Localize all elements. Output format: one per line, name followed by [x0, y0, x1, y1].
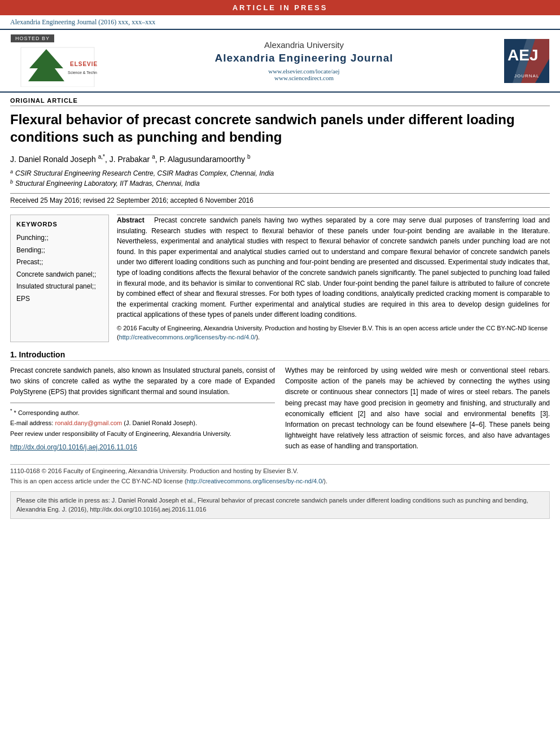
- received-line: Received 25 May 2016; revised 22 Septemb…: [10, 193, 550, 208]
- intro-col-right: Wythes may be reinforced by using welded…: [285, 365, 550, 457]
- footer-line2: This is an open access article under the…: [10, 477, 550, 487]
- cc-license-link[interactable]: http://creativecommons.org/licenses/by-n…: [119, 334, 256, 340]
- hosted-by-label: HOSTED BY: [11, 34, 54, 42]
- keyword-punching: Punching;: [16, 232, 103, 244]
- keyword-eps: EPS: [16, 293, 103, 305]
- introduction-section: 1. Introduction Precast concrete sandwic…: [10, 350, 550, 457]
- journal-header: HOSTED BY ELSEVIER Science & Technology …: [0, 29, 560, 93]
- article-section-label: ORIGINAL ARTICLE: [10, 93, 550, 106]
- university-name: Alexandria University: [112, 40, 496, 50]
- affiliations: a CSIR Structural Engineering Research C…: [10, 168, 550, 189]
- svg-text:Science & Technology: Science & Technology: [68, 71, 97, 75]
- keywords-abstract-section: KEYWORDS Punching; Bending; Precast; Con…: [10, 215, 550, 342]
- abstract-text: Abstract Precast concrete sandwich panel…: [117, 215, 550, 320]
- header-center: Alexandria University Alexandria Enginee…: [112, 40, 496, 81]
- footnote-peer: Peer review under responsibility of Facu…: [10, 429, 275, 439]
- footnote-email-name: (J. Daniel Ronald Joseph).: [124, 420, 197, 426]
- sciencedirect-url[interactable]: www.sciencedirect.com: [112, 75, 496, 81]
- journal-links: www.elsevier.com/locate/aej www.scienced…: [112, 68, 496, 81]
- abstract-label: Abstract: [117, 216, 145, 224]
- elsevier-url[interactable]: www.elsevier.com/locate/aej: [112, 68, 496, 75]
- article-in-press-banner: ARTICLE IN PRESS: [0, 0, 560, 15]
- authors-line: J. Daniel Ronald Joseph a,*, J. Prabakar…: [10, 154, 550, 164]
- footnote-star: * * Corresponding author.: [10, 407, 275, 418]
- journal-name-title: Alexandria Engineering Journal: [112, 52, 496, 64]
- svg-text:AEJ: AEJ: [508, 46, 538, 64]
- keyword-insulated: Insulated structural panel;: [16, 281, 103, 293]
- footer-cc-link[interactable]: http://creativecommons.org/licenses/by-n…: [187, 478, 324, 484]
- journal-link-bar: Alexandria Engineering Journal (2016) xx…: [0, 15, 560, 29]
- header-left: HOSTED BY ELSEVIER Science & Technology: [8, 34, 107, 87]
- affiliation-b: b Structural Engineering Laboratory, IIT…: [10, 178, 550, 189]
- citation-box: Please cite this article in press as: J.…: [10, 491, 550, 519]
- keywords-title: KEYWORDS: [16, 221, 103, 228]
- header-right: AEJ JOURNAL: [501, 39, 552, 83]
- keyword-precast: Precast;: [16, 256, 103, 269]
- keywords-list: Punching; Bending; Precast; Concrete san…: [16, 232, 103, 305]
- keyword-bending: Bending;: [16, 244, 103, 257]
- content-area: ORIGINAL ARTICLE Flexural behavior of pr…: [0, 93, 560, 519]
- aej-logo-svg: AEJ JOURNAL: [504, 39, 549, 83]
- abstract-copyright: © 2016 Faculty of Engineering, Alexandri…: [117, 324, 550, 342]
- intro-heading: 1. Introduction: [10, 350, 550, 361]
- footnote-section: * * Corresponding author. E-mail address…: [10, 403, 275, 439]
- footer-bar: 1110-0168 © 2016 Faculty of Engineering,…: [10, 464, 550, 486]
- doi-line[interactable]: http://dx.doi.org/10.1016/j.aej.2016.11.…: [10, 443, 275, 451]
- intro-col-left: Precast concrete sandwich panels, also k…: [10, 365, 275, 457]
- footnote-email-line: E-mail address: ronald.dany@gmail.com (J…: [10, 418, 275, 429]
- intro-right-p1: Wythes may be reinforced by using welded…: [285, 365, 550, 452]
- elsevier-logo-svg: ELSEVIER Science & Technology: [18, 45, 97, 87]
- keyword-sandwich: Concrete sandwich panel;: [16, 269, 103, 281]
- footer-line1: 1110-0168 © 2016 Faculty of Engineering,…: [10, 466, 550, 477]
- svg-text:JOURNAL: JOURNAL: [514, 73, 539, 78]
- intro-body: Precast concrete sandwich panels, also k…: [10, 365, 550, 457]
- keywords-box: KEYWORDS Punching; Bending; Precast; Con…: [10, 215, 109, 342]
- abstract-section: Abstract Precast concrete sandwich panel…: [117, 215, 550, 342]
- journal-link[interactable]: Alexandria Engineering Journal (2016) xx…: [10, 18, 155, 26]
- article-title: Flexural behavior of precast concrete sa…: [10, 111, 550, 146]
- footnote-email-link[interactable]: ronald.dany@gmail.com: [55, 420, 122, 426]
- intro-left-p1: Precast concrete sandwich panels, also k…: [10, 365, 275, 398]
- svg-text:ELSEVIER: ELSEVIER: [70, 61, 97, 67]
- affiliation-a: a CSIR Structural Engineering Research C…: [10, 168, 550, 178]
